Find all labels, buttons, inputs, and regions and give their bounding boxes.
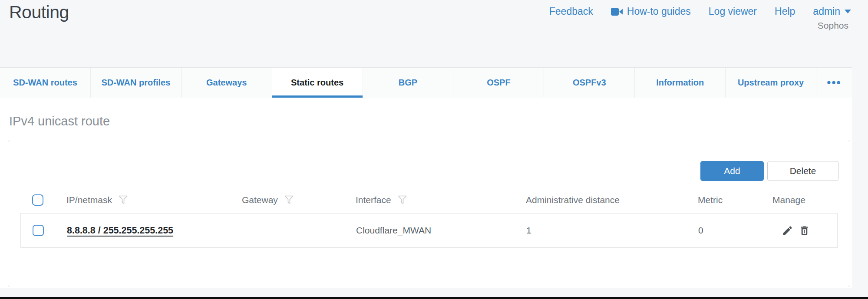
help-link[interactable]: Help [775,6,795,17]
filter-icon-interface[interactable] [397,195,407,207]
add-button[interactable]: Add [700,161,764,181]
top-nav: Feedback How-to guides Log viewer Help a… [549,6,851,17]
admin-menu-label: admin [813,6,840,17]
filter-icon-gateway[interactable] [284,195,294,207]
video-camera-icon [611,7,623,16]
delete-button[interactable]: Delete [767,161,838,181]
column-header-ip-netmask: IP/netmask [66,195,112,205]
section-heading: IPv4 unicast route [9,114,110,128]
page-header: Routing Feedback How-to guides Log viewe… [0,0,868,67]
select-all-checkbox[interactable] [32,194,43,206]
tab-sdwan-routes[interactable]: SD-WAN routes [0,68,91,98]
more-tabs-button[interactable]: ••• [816,68,852,98]
column-header-metric: Metric [698,195,723,205]
column-header-manage: Manage [772,195,805,205]
route-metric-value: 0 [698,225,773,236]
row-checkbox[interactable] [33,225,44,236]
routes-panel: Add Delete IP/netmask Gateway [8,140,850,287]
brand-label: Sophos [818,20,848,31]
screen-bottom-edge [0,297,868,299]
column-header-interface: Interface [356,195,391,205]
table-row: 8.8.8.8 / 255.255.255.255 Cloudflare_MWA… [20,213,838,248]
tab-gateways[interactable]: Gateways [182,68,272,98]
filter-icon-ip-netmask[interactable] [118,195,128,207]
route-interface-value: Cloudflare_MWAN [356,225,526,236]
column-header-gateway: Gateway [242,195,278,205]
tab-information[interactable]: Information [635,68,726,98]
table-header-row: IP/netmask Gateway Interface [20,187,838,213]
tab-ospfv3[interactable]: OSPFv3 [544,68,635,98]
tab-static-routes[interactable]: Static routes [272,68,363,98]
admin-menu[interactable]: admin [813,6,851,17]
delete-icon[interactable] [799,225,810,237]
manage-cell [773,225,837,237]
routing-page: Routing Feedback How-to guides Log viewe… [0,0,868,299]
howto-guides-label: How-to guides [627,6,691,17]
tab-bgp[interactable]: BGP [363,68,454,98]
tab-sdwan-profiles[interactable]: SD-WAN profiles [91,68,182,98]
page-title: Routing [9,2,69,23]
caret-down-icon [845,10,851,13]
static-routes-content: IPv4 unicast route Add Delete IP/netmask… [0,98,852,288]
tab-bar: SD-WAN routes SD-WAN profiles Gateways S… [0,67,852,98]
howto-guides-link[interactable]: How-to guides [611,6,691,17]
route-admin-distance-value: 1 [526,225,698,236]
edit-icon[interactable] [782,225,793,237]
table-actions: Add Delete [700,161,838,181]
log-viewer-link[interactable]: Log viewer [709,6,757,17]
tab-upstream-proxy[interactable]: Upstream proxy [726,68,816,98]
route-ip-netmask-link[interactable]: 8.8.8.8 / 255.255.255.255 [67,225,173,236]
column-header-admin-distance: Administrative distance [526,195,620,205]
tab-ospf[interactable]: OSPF [453,68,544,98]
feedback-link[interactable]: Feedback [549,6,593,17]
